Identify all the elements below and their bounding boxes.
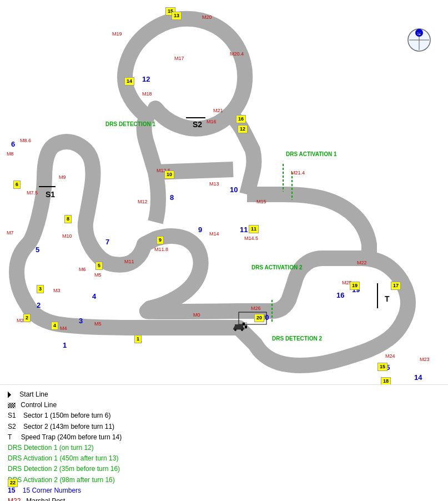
ylabel-16: 16 — [236, 115, 246, 123]
mpost-17: M17 — [174, 56, 184, 61]
mpost-13: M13 — [209, 181, 219, 187]
mpost-5a: M5 — [94, 272, 102, 278]
compass: N — [407, 28, 431, 52]
mpost-22: M22 — [357, 260, 367, 265]
mpost-9: M9 — [59, 174, 66, 180]
svg-rect-19 — [243, 323, 245, 325]
legend-start-line: Start Line — [8, 389, 197, 400]
ylabel-2: 2 — [23, 314, 31, 322]
svg-rect-15 — [235, 324, 243, 327]
drs-activation-1-label: DRS ACTIVATION 1 — [286, 151, 336, 157]
corner-9: 9 — [198, 226, 202, 234]
mpost-0: M0 — [193, 312, 200, 318]
mpost-4: M4 — [60, 325, 67, 331]
mpost-23: M23 — [420, 357, 430, 362]
ylabel-19: 19 — [350, 282, 360, 290]
corner-16: 16 — [336, 291, 344, 299]
mpost-11-8: M11.8 — [154, 247, 168, 252]
corner-3: 3 — [79, 317, 83, 325]
mpost-10: M10 — [62, 233, 72, 239]
sector-s1: S1 — [46, 190, 55, 199]
corner-11: 11 — [240, 226, 248, 234]
legend-drs2-detect: DRS Detection 2 (35m before turn 16) — [8, 464, 197, 474]
ylabel-6: 6 — [13, 181, 21, 189]
corner-12: 12 — [142, 75, 150, 83]
svg-point-16 — [234, 329, 236, 331]
corner-4: 4 — [92, 292, 96, 300]
ylabel-14: 14 — [124, 77, 134, 86]
ylabel-12: 12 — [238, 125, 248, 133]
mpost-21-4: M21.4 — [291, 170, 305, 176]
corner-14: 14 — [414, 373, 422, 382]
sector-s2: S2 — [193, 120, 202, 129]
mpost-7-5: M7.5 — [27, 190, 38, 196]
corner-6: 6 — [11, 140, 15, 148]
mpost-11: M11 — [124, 259, 134, 264]
legend-corner: 15 15 Corner Numbers — [8, 485, 197, 496]
mpost-8-6: M8.6 — [20, 138, 31, 143]
ylabel-15-bottom: 15 — [377, 363, 387, 371]
ylabel-13: 13 — [172, 12, 182, 20]
svg-point-17 — [241, 329, 243, 331]
svg-rect-20 — [245, 325, 247, 328]
legend-drs1-activate: DRS Activation 1 (450m after turn 13) — [8, 453, 197, 464]
corner-10: 10 — [230, 186, 238, 194]
legend-t: T Speed Trap (240m before turn 14) — [8, 432, 197, 443]
speed-trap-t: T — [385, 294, 390, 303]
mpost-7: M7 — [7, 230, 14, 236]
start-finish-icon — [230, 320, 247, 333]
mpost-6: M6 — [79, 267, 86, 272]
mpost-8: M8 — [7, 151, 14, 157]
corner-2: 2 — [37, 301, 41, 309]
ylabel-10: 10 — [164, 171, 174, 179]
mpost-16: M16 — [207, 119, 217, 124]
mpost-14-5: M14.5 — [244, 236, 258, 241]
mpost-2: M2 — [17, 318, 24, 323]
mpost-26: M26 — [251, 305, 261, 311]
mpost-15: M15 — [256, 199, 266, 204]
ylabel-22-legend: 22 — [8, 479, 18, 487]
legend-drs2-activate: DRS Activation 2 (98m after turn 16) — [8, 475, 197, 485]
mpost-12: M12 — [138, 199, 148, 204]
corner-8: 8 — [170, 193, 174, 202]
ylabel-1: 1 — [134, 335, 142, 343]
mpost-21: M21 — [213, 108, 223, 113]
corner-5: 5 — [36, 246, 39, 254]
mpost-20: M20 — [202, 14, 212, 20]
ylabel-9: 9 — [157, 236, 164, 244]
drs-detection-1-label: DRS DETECTION 1 — [105, 121, 155, 127]
ylabel-11: 11 — [249, 225, 259, 233]
legend-s2: S2 Sector 2 (143m before turn 11) — [8, 422, 197, 432]
ylabel-20: 20 — [254, 314, 264, 322]
mpost-24: M24 — [385, 353, 395, 359]
legend-drs1-detect: DRS Detection 1 (on turn 12) — [8, 443, 197, 453]
mpost-19: M19 — [112, 31, 122, 37]
mpost-14: M14 — [209, 231, 219, 237]
drs-detection-2-label: DRS DETECTION 2 — [272, 335, 322, 342]
ylabel-17: 17 — [391, 282, 401, 290]
corner-1: 1 — [63, 341, 67, 349]
mpost-20-4: M20.4 — [230, 51, 244, 57]
corner-7: 7 — [105, 238, 109, 246]
ylabel-4: 4 — [51, 322, 58, 330]
legend-area: Start Line Control Line S1 Sector 1 (150… — [0, 384, 448, 501]
drs-activation-2-label: DRS ACTIVATION 2 — [251, 264, 302, 270]
ylabel-8: 8 — [64, 215, 72, 223]
legend-s1: S1 Sector 1 (150m before turn 6) — [8, 410, 197, 421]
mpost-5b: M5 — [94, 321, 102, 327]
mpost-3: M3 — [53, 288, 61, 293]
ylabel-5: 5 — [95, 262, 103, 270]
legend-control-line: Control Line — [8, 400, 197, 410]
legend-marshal: M22 Marshal Post — [8, 496, 197, 501]
mpost-18: M18 — [142, 91, 152, 97]
ylabel-3: 3 — [37, 285, 44, 293]
